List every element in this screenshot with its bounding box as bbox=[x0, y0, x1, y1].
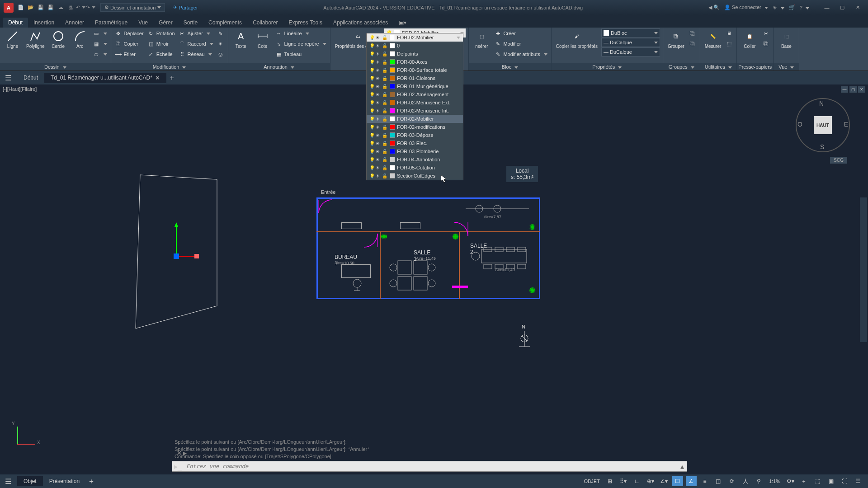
vp-min-icon[interactable]: — bbox=[841, 86, 848, 93]
copy-button[interactable]: ⿻Copier bbox=[114, 39, 145, 49]
base-button[interactable]: ⬚Base bbox=[776, 28, 796, 50]
ellipse-button[interactable]: ⬭ bbox=[92, 49, 108, 59]
full-btn[interactable]: ⛶ bbox=[839, 476, 850, 486]
tab-complements[interactable]: Compléments bbox=[203, 18, 247, 28]
ortho-toggle[interactable]: ∟ bbox=[632, 476, 642, 486]
maximize-button[interactable]: ▢ bbox=[835, 3, 849, 13]
redo-icon[interactable]: ↷ bbox=[86, 3, 95, 12]
tab-apps[interactable]: Applications associées bbox=[328, 18, 393, 28]
tab-presentation[interactable]: Présentation bbox=[43, 476, 86, 486]
command-input[interactable] bbox=[184, 463, 678, 469]
panel-title-vue[interactable]: Vue bbox=[774, 63, 799, 70]
panel-title-bloc[interactable]: Bloc bbox=[469, 63, 551, 70]
layer-item[interactable]: 💡☀🔓FOR-01-Mur générique bbox=[367, 82, 463, 90]
tab-express[interactable]: Express Tools bbox=[283, 18, 327, 28]
tab-featured[interactable]: ▣▾ bbox=[393, 18, 412, 28]
app-logo[interactable]: A bbox=[4, 3, 14, 13]
layer-item[interactable]: 💡☀🔓FOR-02-Menuiserie Ext. bbox=[367, 99, 463, 107]
tab-debut[interactable]: Début bbox=[3, 18, 28, 28]
group-button[interactable]: ⿻Grouper bbox=[666, 28, 686, 50]
matchprops-button[interactable]: 🖌Copier les propriétés bbox=[554, 28, 599, 50]
open-icon[interactable]: 📂 bbox=[26, 3, 35, 12]
plot-icon[interactable]: 🖶 bbox=[66, 3, 75, 12]
layer-item[interactable]: 💡☀🔓FOR-03-Dépose bbox=[367, 131, 463, 139]
polyline-button[interactable]: Polyligne bbox=[24, 28, 47, 50]
stretch-button[interactable]: ⟷Etirer bbox=[114, 49, 145, 59]
vp-max-icon[interactable]: ▢ bbox=[849, 86, 857, 93]
panel-title-utilitaires[interactable]: Utilitaires bbox=[700, 63, 737, 70]
anno-auto[interactable]: ⚲ bbox=[754, 476, 764, 486]
panel-title-annotation[interactable]: Annotation bbox=[228, 63, 330, 70]
layout-menu-icon[interactable]: ☰ bbox=[3, 476, 14, 487]
edit-attr-button[interactable]: ✎Modifier attributs bbox=[493, 49, 548, 59]
anno-vis[interactable]: 人 bbox=[740, 476, 751, 486]
rotate-button[interactable]: ↻Rotation bbox=[146, 28, 176, 38]
ucs-label[interactable]: SCG bbox=[830, 157, 847, 164]
offset-button[interactable]: ◎ bbox=[216, 49, 225, 59]
tab-parametrique[interactable]: Paramétrique bbox=[90, 18, 133, 28]
panel-title-dessin[interactable]: Dessin bbox=[0, 63, 111, 70]
compass-e[interactable]: E bbox=[844, 121, 848, 128]
lwt-toggle[interactable]: ≡ bbox=[699, 476, 710, 486]
layer-item[interactable]: 💡☀🔓FOR-01-Cloisons bbox=[367, 74, 463, 82]
cut-button[interactable]: ✂ bbox=[761, 28, 770, 38]
array-button[interactable]: ⠿Réseau bbox=[178, 49, 214, 59]
linetype-combo[interactable]: — DuCalque bbox=[601, 47, 660, 56]
layer-item[interactable]: 💡☀🔓FOR-02-modifications bbox=[367, 123, 463, 131]
transp-toggle[interactable]: ◫ bbox=[713, 476, 724, 486]
close-button[interactable]: ✕ bbox=[851, 3, 864, 13]
clean-btn[interactable]: ▣ bbox=[826, 476, 836, 486]
tab-gerer[interactable]: Gérer bbox=[153, 18, 178, 28]
point-button[interactable]: ⬚ bbox=[725, 39, 734, 49]
snap-toggle[interactable]: ⠿▾ bbox=[618, 476, 629, 486]
grid-toggle[interactable]: ⊞ bbox=[604, 476, 615, 486]
add-tab-button[interactable]: ＋ bbox=[166, 73, 177, 83]
workspace-selector[interactable]: ⚙ Dessin et annotation bbox=[100, 3, 165, 12]
new-icon[interactable]: 📄 bbox=[16, 3, 25, 12]
layer-item[interactable]: 💡☀🔓SectionCutEdges bbox=[367, 172, 463, 180]
share-button[interactable]: ✈ Partager bbox=[173, 5, 198, 10]
create-block-button[interactable]: ✚Créer bbox=[493, 28, 548, 38]
layer-item[interactable]: 💡☀🔓0 bbox=[367, 42, 463, 50]
explode-button[interactable]: ✴ bbox=[216, 39, 225, 49]
layer-item[interactable]: 💡☀🔓FOR-03-Elec. bbox=[367, 139, 463, 147]
dim-button[interactable]: Cote bbox=[253, 28, 273, 50]
menu-icon[interactable]: ☰ bbox=[3, 72, 14, 83]
lineweight-combo[interactable]: — DuCalque bbox=[601, 38, 660, 47]
cmd-up-icon[interactable]: ▴ bbox=[678, 462, 687, 471]
osnap-toggle[interactable]: ☐ bbox=[672, 476, 683, 486]
layer-item[interactable]: 💡☀🔓FOR-02-Menuiserie Int. bbox=[367, 107, 463, 115]
cart-icon[interactable]: 🛒 bbox=[789, 5, 795, 10]
help-icon[interactable]: ? bbox=[800, 5, 809, 10]
layer-dropdown[interactable]: 💡☀🔓 FOR-02-Mobilier 💡☀🔓0💡☀🔓Defpoints💡☀🔓F… bbox=[366, 33, 463, 180]
panel-title-groupes[interactable]: Groupes bbox=[663, 63, 700, 70]
erase-button[interactable]: ✎ bbox=[216, 28, 225, 38]
iso-btn[interactable]: ⬚ bbox=[812, 476, 823, 486]
trim-button[interactable]: ✂Ajuster bbox=[178, 28, 214, 38]
tab-annoter[interactable]: Annoter bbox=[60, 18, 90, 28]
layer-item[interactable]: 💡☀🔓FOR-03-Plomberie bbox=[367, 147, 463, 155]
signin-button[interactable]: 👤 Se connecter bbox=[724, 5, 768, 10]
panel-title-modification[interactable]: Modification bbox=[111, 63, 228, 70]
tab-vue[interactable]: Vue bbox=[133, 18, 153, 28]
scale-button[interactable]: ⤢Echelle bbox=[146, 49, 176, 59]
add-layout-button[interactable]: ＋ bbox=[86, 477, 97, 486]
otrack-toggle[interactable]: ∠ bbox=[686, 476, 697, 486]
layer-item[interactable]: 💡☀🔓FOR-02-Mobilier bbox=[367, 115, 463, 123]
line-button[interactable]: Ligne bbox=[3, 28, 23, 50]
layer-item[interactable]: 💡☀🔓FOR-05-Cotation bbox=[367, 164, 463, 172]
copy2-button[interactable]: ⿻ bbox=[761, 39, 770, 49]
edit-block-button[interactable]: ✎Modifier bbox=[493, 39, 548, 49]
layer-item[interactable]: 💡☀🔓FOR-00-Surface totale bbox=[367, 66, 463, 74]
plus-toggle[interactable]: ＋ bbox=[798, 476, 809, 486]
panel-title-proprietes[interactable]: Propriétés bbox=[552, 63, 663, 70]
viewport-label[interactable]: [-][Haut][Filaire] bbox=[3, 86, 37, 92]
tab-sortie[interactable]: Sortie bbox=[178, 18, 203, 28]
file-tab-debut[interactable]: Début bbox=[17, 73, 44, 83]
circle-button[interactable]: Cercle bbox=[48, 28, 68, 50]
vertical-scrollbar[interactable] bbox=[860, 197, 867, 342]
status-objet[interactable]: OBJET bbox=[582, 479, 601, 484]
compass-n[interactable]: N bbox=[819, 100, 824, 107]
tab-insertion[interactable]: Insertion bbox=[28, 18, 60, 28]
viewcube-face[interactable]: HAUT bbox=[814, 116, 832, 134]
